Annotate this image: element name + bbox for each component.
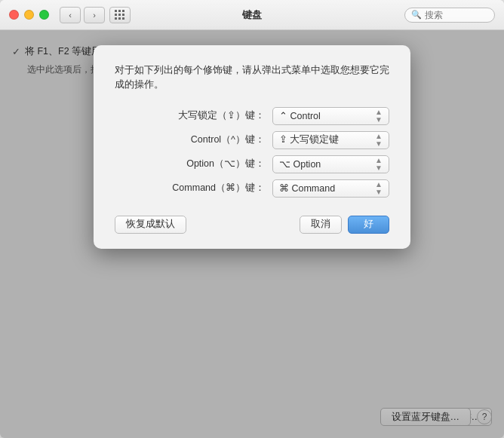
capslock-select[interactable]: ⌃ Control ▲▼ xyxy=(272,107,389,125)
modal-dialog: 对于如下列出的每个修饰键，请从弹出式菜单中选取您想要它完成的操作。 大写锁定（⇪… xyxy=(94,45,410,249)
grid-view-button[interactable] xyxy=(109,7,131,23)
command-select[interactable]: ⌘ Command ▲▼ xyxy=(272,179,389,198)
modifier-row-command: Command（⌘）键： ⌘ Command ▲▼ xyxy=(115,179,389,198)
capslock-arrows: ▲▼ xyxy=(375,109,383,124)
option-label: Option（⌥）键： xyxy=(167,158,265,170)
control-label: Control（^）键： xyxy=(167,133,265,146)
close-button[interactable] xyxy=(9,10,19,20)
forward-button[interactable]: › xyxy=(84,7,105,23)
command-label: Command（⌘）键： xyxy=(167,182,265,194)
restore-defaults-button[interactable]: 恢复成默认 xyxy=(115,216,186,234)
modifier-row-option: Option（⌥）键： ⌥ Option ▲▼ xyxy=(115,155,389,173)
minimize-button[interactable] xyxy=(24,10,34,20)
command-value: ⌘ Command xyxy=(279,182,335,194)
control-arrows: ▲▼ xyxy=(375,133,383,148)
capslock-value: ⌃ Control xyxy=(279,110,321,121)
option-arrows: ▲▼ xyxy=(375,157,383,172)
control-value: ⇪ 大写锁定键 xyxy=(279,133,339,146)
forward-icon: › xyxy=(93,11,96,20)
command-arrows: ▲▼ xyxy=(375,181,383,196)
titlebar: ‹ › 键盘 🔍 xyxy=(0,0,504,30)
search-box[interactable]: 🔍 xyxy=(404,8,495,23)
main-content: ✓ 将 F1、F2 等键用作标准功能键 选中此选项后，按下 Fn 键以使用印在各… xyxy=(0,30,504,438)
traffic-lights xyxy=(9,10,49,20)
back-button[interactable]: ‹ xyxy=(60,7,81,23)
ok-button[interactable]: 好 xyxy=(348,216,389,234)
option-select[interactable]: ⌥ Option ▲▼ xyxy=(272,155,389,173)
nav-buttons: ‹ › xyxy=(60,7,105,23)
main-window: ‹ › 键盘 🔍 ✓ 将 F1、F2 等键用作标准功能键 选中 xyxy=(0,0,504,438)
back-icon: ‹ xyxy=(69,11,72,20)
modal-buttons: 恢复成默认 取消 好 xyxy=(115,216,389,234)
capslock-label: 大写锁定（⇪）键： xyxy=(167,109,265,122)
cancel-button[interactable]: 取消 xyxy=(300,216,342,234)
modifier-row-control: Control（^）键： ⇪ 大写锁定键 ▲▼ xyxy=(115,131,389,149)
search-icon: 🔍 xyxy=(411,10,422,20)
control-select[interactable]: ⇪ 大写锁定键 ▲▼ xyxy=(272,131,389,149)
modal-description: 对于如下列出的每个修饰键，请从弹出式菜单中选取您想要它完成的操作。 xyxy=(115,63,389,92)
modifier-row-capslock: 大写锁定（⇪）键： ⌃ Control ▲▼ xyxy=(115,107,389,125)
option-value: ⌥ Option xyxy=(279,158,321,170)
maximize-button[interactable] xyxy=(39,10,49,20)
modal-overlay: 对于如下列出的每个修饰键，请从弹出式菜单中选取您想要它完成的操作。 大写锁定（⇪… xyxy=(0,30,504,438)
confirm-button-group: 取消 好 xyxy=(300,216,389,234)
search-input[interactable] xyxy=(425,10,485,20)
window-title: 键盘 xyxy=(242,8,262,22)
modifier-rows: 大写锁定（⇪）键： ⌃ Control ▲▼ Control（^）键： ⇪ 大写… xyxy=(115,107,389,198)
grid-icon xyxy=(115,10,125,20)
